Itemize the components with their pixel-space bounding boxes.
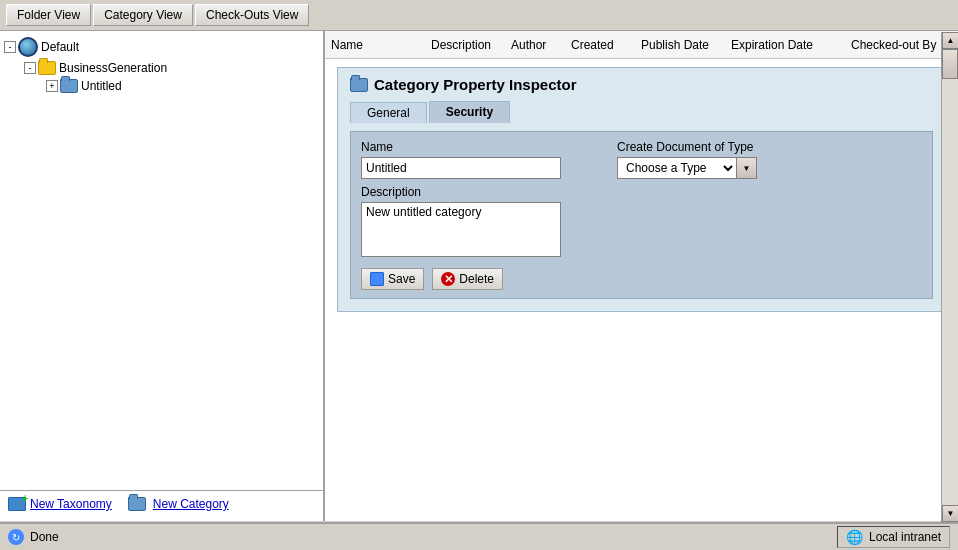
folder-arrow-icon xyxy=(38,61,56,75)
description-label: Description xyxy=(361,185,561,199)
col-header-expiration-date: Expiration Date xyxy=(731,38,851,52)
tree-toggle-untitled[interactable]: + xyxy=(46,80,58,92)
status-icon: ↻ xyxy=(8,529,24,545)
col-header-publish-date: Publish Date xyxy=(641,38,731,52)
tree-node-default[interactable]: - Default xyxy=(0,35,323,59)
delete-button[interactable]: ✕ Delete xyxy=(432,268,503,290)
tree-label-default: Default xyxy=(41,40,79,54)
inspector-box: Category Property Inspector General Secu… xyxy=(337,67,946,312)
scroll-thumb[interactable] xyxy=(942,49,958,79)
globe-icon xyxy=(18,37,38,57)
category-icon-untitled xyxy=(60,79,78,93)
save-button[interactable]: Save xyxy=(361,268,424,290)
save-label: Save xyxy=(388,272,415,286)
left-panel: - Default - BusinessGeneration + Untitle… xyxy=(0,31,325,521)
folder-view-button[interactable]: Folder View xyxy=(6,4,91,26)
inspector-title: Category Property Inspector xyxy=(374,76,577,93)
col-header-name: Name xyxy=(331,38,431,52)
tree-area: - Default - BusinessGeneration + Untitle… xyxy=(0,35,323,490)
new-taxonomy-label: New Taxonomy xyxy=(30,497,112,511)
new-taxonomy-icon xyxy=(8,497,26,511)
name-input[interactable] xyxy=(361,157,561,179)
new-category-link[interactable]: New Category xyxy=(128,497,229,511)
action-row: Save ✕ Delete xyxy=(361,268,922,290)
status-right-icon: 🌐 xyxy=(846,529,863,545)
status-bar: ↻ Done 🌐 Local intranet xyxy=(0,522,958,550)
description-wrapper xyxy=(361,202,561,260)
save-icon xyxy=(370,272,384,286)
category-view-button[interactable]: Category View xyxy=(93,4,193,26)
tabs-row: General Security xyxy=(350,101,933,123)
name-label: Name xyxy=(361,140,561,154)
col-header-description: Description xyxy=(431,38,511,52)
col-header-created: Created xyxy=(571,38,641,52)
column-headers: Name Description Author Created Publish … xyxy=(325,31,958,59)
status-text: Done xyxy=(30,530,59,544)
scrollbar-right[interactable]: ▲ ▼ xyxy=(941,32,958,522)
scroll-up-button[interactable]: ▲ xyxy=(942,32,958,49)
type-select-arrow[interactable]: ▼ xyxy=(737,157,757,179)
tab-security[interactable]: Security xyxy=(429,101,510,123)
toolbar: Folder View Category View Check-Outs Vie… xyxy=(0,0,958,31)
form-group-description: Description xyxy=(361,185,561,260)
tree-node-untitled[interactable]: + Untitled xyxy=(0,77,323,95)
bottom-links: New Taxonomy New Category xyxy=(0,490,323,517)
delete-label: Delete xyxy=(459,272,494,286)
description-textarea[interactable] xyxy=(361,202,561,257)
new-category-label: New Category xyxy=(153,497,229,511)
scroll-track[interactable] xyxy=(942,49,958,505)
type-select[interactable]: Choose a Type xyxy=(617,157,737,179)
tree-label-untitled: Untitled xyxy=(81,79,122,93)
new-category-icon xyxy=(128,497,146,511)
type-select-row: Choose a Type ▼ xyxy=(617,157,757,179)
new-taxonomy-link[interactable]: New Taxonomy xyxy=(8,497,112,511)
col-header-author: Author xyxy=(511,38,571,52)
right-panel: Name Description Author Created Publish … xyxy=(325,31,958,521)
inspector-form: Name Description xyxy=(350,131,933,299)
tree-node-businessgeneration[interactable]: - BusinessGeneration xyxy=(0,59,323,77)
inspector-folder-icon xyxy=(350,78,368,92)
status-right-text: Local intranet xyxy=(869,530,941,544)
checkouts-view-button[interactable]: Check-Outs View xyxy=(195,4,309,26)
tab-general[interactable]: General xyxy=(350,102,427,123)
tree-toggle-default[interactable]: - xyxy=(4,41,16,53)
form-row-main: Name Description xyxy=(361,140,922,260)
main-area: - Default - BusinessGeneration + Untitle… xyxy=(0,31,958,521)
status-right: 🌐 Local intranet xyxy=(837,526,950,548)
type-label: Create Document of Type xyxy=(617,140,757,154)
inspector-title-bar: Category Property Inspector xyxy=(350,76,933,93)
inspector-area: Category Property Inspector General Secu… xyxy=(325,59,958,521)
delete-icon: ✕ xyxy=(441,272,455,286)
status-left: ↻ Done xyxy=(8,529,59,545)
form-group-name: Name xyxy=(361,140,561,179)
tree-label-business: BusinessGeneration xyxy=(59,61,167,75)
tree-toggle-business[interactable]: - xyxy=(24,62,36,74)
form-left: Name Description xyxy=(361,140,561,260)
scroll-down-button[interactable]: ▼ xyxy=(942,505,958,522)
form-group-type: Create Document of Type Choose a Type ▼ xyxy=(617,140,757,260)
